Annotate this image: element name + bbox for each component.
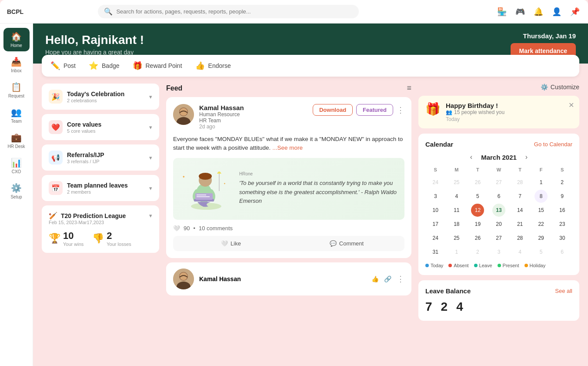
cal-day[interactable]: 17 [429, 218, 442, 231]
cal-day[interactable]: 19 [471, 218, 484, 231]
cal-day-highlighted[interactable]: 13 [492, 204, 505, 217]
go-to-calendar-link[interactable]: Go to Calendar [534, 141, 572, 148]
search-bar[interactable]: 🔍 [98, 5, 359, 18]
calendar-next-button[interactable]: › [525, 153, 528, 161]
like-label: Like [231, 240, 241, 247]
cal-day[interactable]: 28 [514, 176, 527, 189]
cal-day[interactable]: 5 [471, 190, 484, 203]
cal-day[interactable]: 6 [492, 190, 505, 203]
birthday-icon: 🎁 [425, 102, 441, 116]
cal-day[interactable]: 3 [492, 245, 505, 259]
calendar-prev-button[interactable]: ‹ [470, 153, 472, 161]
sidebar-item-inbox[interactable]: 📥 Inbox [3, 53, 30, 77]
cal-day[interactable]: 4 [450, 190, 463, 203]
sidebar-item-label-request: Request [8, 94, 24, 98]
author-role-1: Human Resource [199, 111, 244, 118]
svg-text:✦: ✦ [182, 175, 185, 179]
cal-day[interactable]: 22 [535, 218, 548, 231]
post2-share[interactable]: 🔗 [384, 275, 391, 282]
like-button[interactable]: 🤍 Like [173, 236, 289, 251]
team-leaves-row[interactable]: 📅 Team planned leaves 2 members ▾ [42, 175, 159, 201]
today-dot [425, 264, 429, 267]
cal-day[interactable]: 6 [556, 245, 569, 259]
store-icon[interactable]: 🏪 [496, 6, 508, 18]
apps-icon[interactable]: 🎮 [514, 6, 526, 18]
cal-day[interactable]: 28 [514, 232, 527, 245]
cal-day[interactable]: 26 [471, 232, 484, 245]
cal-day[interactable]: 30 [556, 232, 569, 245]
reward-point-icon: 🎁 [133, 61, 142, 71]
cal-day[interactable]: 21 [514, 218, 527, 231]
post-card-2: Kamal Hassan 👍 🔗 ⋮ [166, 262, 411, 295]
author-info-1: Kamal Hassan Human Resource HR Team 2d a… [199, 104, 244, 130]
see-more-link[interactable]: ...See more [272, 144, 303, 151]
profile-icon[interactable]: 👤 [551, 6, 563, 18]
flag-icon[interactable]: 📌 [569, 6, 581, 18]
core-values-row[interactable]: ❤️ Core values 5 core values ▾ [42, 114, 159, 140]
sidebar-item-label-setup: Setup [10, 195, 22, 199]
cal-day[interactable]: 10 [429, 204, 442, 217]
cal-day[interactable]: 24 [429, 232, 442, 245]
comment-button[interactable]: 💬 Comment [289, 236, 404, 251]
cal-day[interactable]: 25 [450, 232, 463, 245]
sidebar-item-team[interactable]: 👥 Team [3, 104, 30, 127]
featured-button[interactable]: Featured [356, 104, 393, 116]
cal-day[interactable]: 27 [492, 232, 505, 245]
see-all-link[interactable]: See all [555, 288, 572, 294]
referrals-row[interactable]: 📢 Referrals/IJP 3 referrals / IJP ▾ [42, 144, 159, 171]
sidebar-item-label-inbox: Inbox [11, 68, 21, 73]
left-column: 🎉 Today's Celebration 2 celebrations ▾ [42, 84, 159, 359]
cal-day[interactable]: 4 [514, 245, 527, 259]
sidebar-item-cxo[interactable]: 📊 CXO [3, 154, 30, 178]
cal-day[interactable]: 14 [514, 204, 527, 217]
search-input[interactable] [116, 8, 353, 15]
cal-day[interactable]: 18 [450, 218, 463, 231]
cal-day[interactable]: 2 [471, 245, 484, 259]
cal-day[interactable]: 29 [535, 232, 548, 245]
celebrations-icon: 🎉 [49, 90, 63, 104]
feed-filter-icon[interactable]: ≡ [407, 84, 411, 93]
sidebar-item-hr-desk[interactable]: 💼 HR Desk [3, 129, 30, 152]
cal-day[interactable]: 16 [556, 204, 569, 217]
sidebar-item-home[interactable]: 🏠 Home [3, 28, 30, 51]
qa-reward-point[interactable]: 🎁 Reward Point [133, 61, 182, 71]
hrone-badge: HRone [239, 171, 398, 176]
cal-day[interactable]: 7 [514, 190, 527, 203]
cal-day[interactable]: 25 [450, 176, 463, 189]
more-options-button[interactable]: ⋮ [397, 105, 404, 115]
cal-day-special[interactable]: 8 [535, 190, 548, 203]
celebrations-row[interactable]: 🎉 Today's Celebration 2 celebrations ▾ [42, 84, 159, 110]
referrals-sub: 3 referrals / IJP [67, 159, 104, 164]
cal-day[interactable]: 26 [471, 176, 484, 189]
cal-day[interactable]: 20 [492, 218, 505, 231]
holiday-dot [525, 264, 528, 267]
cal-day[interactable]: 5 [535, 245, 548, 259]
qa-post[interactable]: ✏️ Post [50, 61, 76, 71]
download-button[interactable]: Download [313, 104, 353, 116]
post2-thumbsup[interactable]: 👍 [371, 275, 379, 282]
notification-icon[interactable]: 🔔 [532, 6, 545, 18]
cal-day[interactable]: 1 [450, 245, 463, 259]
cal-day[interactable]: 2 [556, 176, 569, 189]
cal-day[interactable]: 1 [535, 176, 548, 189]
sidebar-item-setup[interactable]: ⚙️ Setup [3, 179, 30, 203]
cal-day[interactable]: 31 [429, 245, 442, 259]
qa-badge[interactable]: ⭐ Badge [89, 61, 119, 71]
sidebar-item-request[interactable]: 📋 Request [3, 78, 30, 102]
author-team-1: HR Team [199, 118, 244, 124]
post2-more[interactable]: ⋮ [397, 274, 404, 284]
cal-day[interactable]: 15 [535, 204, 548, 217]
birthday-close-button[interactable]: ✕ [568, 101, 574, 109]
customize-row[interactable]: ⚙️ Customize [418, 84, 579, 91]
main-layout: 🏠 Home 📥 Inbox 📋 Request 👥 Team 💼 HR Des… [0, 24, 588, 366]
calendar-title: Calendar [425, 141, 453, 148]
cal-day[interactable]: 27 [492, 176, 505, 189]
cal-header-s2: S [552, 165, 572, 175]
qa-endorse[interactable]: 👍 Endorse [195, 61, 231, 71]
cal-day[interactable]: 24 [429, 176, 442, 189]
cal-day[interactable]: 23 [556, 218, 569, 231]
cal-day-today[interactable]: 12 [471, 204, 484, 217]
cal-day[interactable]: 3 [429, 190, 442, 203]
cal-day[interactable]: 11 [450, 204, 463, 217]
cal-day[interactable]: 9 [556, 190, 569, 203]
